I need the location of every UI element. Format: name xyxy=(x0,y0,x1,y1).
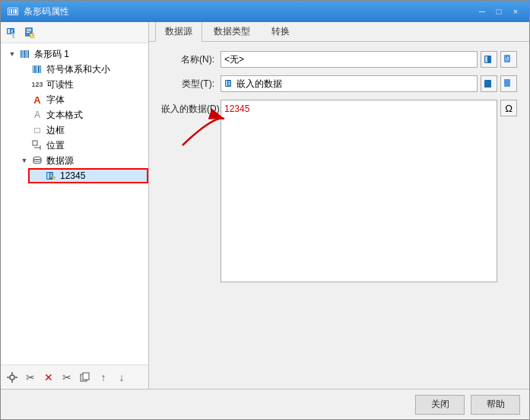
maximize-button[interactable]: □ xyxy=(491,5,506,18)
tree-item-font[interactable]: A 字体 xyxy=(16,92,148,107)
textarea-omega-btn[interactable]: Ω xyxy=(500,100,517,116)
bottom-tb-delete[interactable]: ✕ xyxy=(40,369,57,386)
tree-item-border-label: 边框 xyxy=(46,124,65,137)
tree-item-readability[interactable]: 123 可读性 xyxy=(16,77,148,92)
left-panel: ≡ 123 xyxy=(1,22,149,389)
svg-rect-7 xyxy=(8,29,10,33)
tree-root-item[interactable]: ▼ 条形码 1 xyxy=(4,46,148,62)
tree-item-symbology[interactable]: 符号体系和大小 xyxy=(16,62,148,77)
right-panel: 数据源 数据类型 转换 名称(N): xyxy=(149,22,529,389)
window-title: 条形码属性 xyxy=(24,5,474,18)
tree-item-textformat[interactable]: A 文本格式 xyxy=(16,107,148,123)
svg-rect-57 xyxy=(504,79,510,87)
tree-children: 符号体系和大小 123 可读性 A 字体 xyxy=(4,62,148,183)
tree-item-position-label: 位置 xyxy=(46,139,65,152)
type-label: 类型(T): xyxy=(161,78,214,91)
textformat-icon: A xyxy=(31,109,43,121)
ds-children: Ω 12345 xyxy=(16,168,148,183)
svg-rect-22 xyxy=(28,50,30,58)
svg-rect-20 xyxy=(24,50,26,58)
tree-item-border[interactable]: □ 边框 xyxy=(16,123,148,138)
left-bottom-toolbar: ✂ ✕ ✂ ↑ ↓ xyxy=(1,364,148,389)
svg-rect-56 xyxy=(484,80,491,88)
tree-item-position[interactable]: 位置 xyxy=(16,138,148,153)
tree-toolbar-btn2[interactable]: 123 xyxy=(22,24,39,41)
name-btn2[interactable]: ↺ xyxy=(500,51,517,68)
help-button[interactable]: 帮助 xyxy=(471,395,520,415)
left-top-toolbar: ≡ 123 xyxy=(1,22,148,43)
svg-rect-10 xyxy=(11,33,14,33)
form-area: 名称(N): ↺ xyxy=(149,42,529,389)
window-controls: ─ □ × xyxy=(474,5,523,18)
textarea-wrapper: 12345 Ω xyxy=(221,100,517,282)
svg-point-40 xyxy=(10,375,14,380)
content-area: ≡ 123 xyxy=(1,22,529,389)
type-btn2[interactable] xyxy=(500,75,517,92)
svg-rect-21 xyxy=(27,50,27,58)
svg-rect-37 xyxy=(50,177,52,177)
tab-datatype[interactable]: 数据类型 xyxy=(204,22,260,41)
svg-rect-2 xyxy=(9,9,10,14)
svg-rect-52 xyxy=(226,81,227,86)
close-button[interactable]: 关闭 xyxy=(415,395,465,415)
svg-text:≡: ≡ xyxy=(12,34,15,39)
bottom-tb-download[interactable]: ↓ xyxy=(113,369,130,386)
svg-rect-9 xyxy=(11,31,13,32)
svg-rect-54 xyxy=(228,83,230,84)
type-display: 嵌入的数据 xyxy=(221,75,478,92)
bottom-tb-cut[interactable]: ✂ xyxy=(22,369,39,386)
root-icon xyxy=(19,48,31,60)
ds-expand-icon: ▼ xyxy=(19,155,30,166)
name-btn1[interactable] xyxy=(481,51,497,68)
svg-rect-3 xyxy=(11,9,12,14)
svg-rect-4 xyxy=(13,9,14,14)
close-window-button[interactable]: × xyxy=(508,5,523,18)
tree-item-symbology-label: 符号体系和大小 xyxy=(46,63,110,76)
svg-rect-55 xyxy=(228,84,230,85)
svg-rect-26 xyxy=(38,65,40,73)
svg-rect-48 xyxy=(485,56,487,62)
svg-rect-25 xyxy=(36,65,37,73)
svg-rect-5 xyxy=(14,9,17,14)
name-input-row: ↺ xyxy=(221,51,517,68)
type-btn1[interactable] xyxy=(481,75,497,92)
svg-rect-27 xyxy=(40,65,41,73)
tree-root-label: 条形码 1 xyxy=(34,48,69,61)
tree-item-embedded[interactable]: Ω 12345 xyxy=(28,168,148,183)
svg-rect-24 xyxy=(34,65,36,73)
name-row: 名称(N): ↺ xyxy=(161,51,517,68)
svg-rect-36 xyxy=(50,175,52,176)
bottom-tb-scissors2[interactable]: ✂ xyxy=(59,369,75,386)
tree-root: ▼ 条形码 1 xyxy=(1,46,148,183)
svg-rect-18 xyxy=(21,50,22,58)
readability-icon: 123 xyxy=(31,78,43,91)
bottom-bar: 关闭 帮助 xyxy=(1,389,529,419)
svg-rect-13 xyxy=(27,29,31,30)
svg-rect-23 xyxy=(33,65,33,73)
tree-item-textformat-label: 文本格式 xyxy=(46,109,83,122)
item-expand xyxy=(19,64,30,75)
tabs-bar: 数据源 数据类型 转换 xyxy=(149,22,529,42)
minimize-button[interactable]: ─ xyxy=(474,5,490,18)
embedded-label: 嵌入的数据(D): xyxy=(161,100,214,116)
tab-transform[interactable]: 转换 xyxy=(262,22,300,41)
svg-rect-34 xyxy=(47,173,49,179)
bottom-tb-upload[interactable]: ↑ xyxy=(95,369,112,386)
window-icon xyxy=(7,5,19,18)
expand-icon: ▼ xyxy=(7,49,17,59)
embedded-textarea[interactable]: 12345 xyxy=(221,100,497,282)
tree-item-datasource[interactable]: ▼ 数据源 xyxy=(16,153,148,168)
name-input[interactable] xyxy=(221,51,478,68)
bottom-tb-copy[interactable] xyxy=(77,369,94,386)
tree-toolbar-btn1[interactable]: ≡ xyxy=(4,24,21,41)
datasource-icon xyxy=(31,154,43,167)
svg-rect-14 xyxy=(27,30,31,31)
tree-item-readability-label: 可读性 xyxy=(46,78,74,91)
tree-item-font-label: 字体 xyxy=(46,94,65,107)
tree-item-embedded-label: 12345 xyxy=(60,170,85,181)
bottom-tb-settings[interactable] xyxy=(4,369,21,386)
svg-text:↺: ↺ xyxy=(505,56,509,62)
title-bar: 条形码属性 ─ □ × xyxy=(1,1,529,22)
embedded-row: 嵌入的数据(D): 12345 Ω xyxy=(161,100,517,380)
tab-datasource[interactable]: 数据源 xyxy=(155,22,202,42)
